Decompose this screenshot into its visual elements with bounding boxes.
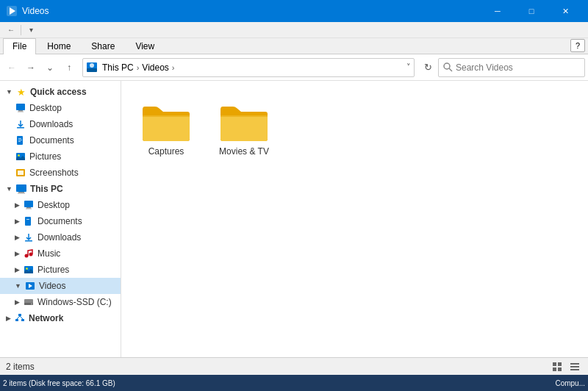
forward-button[interactable]: → [22,59,40,76]
sidebar-item-pictures2[interactable]: ▶ Pictures [0,262,121,278]
downloads-icon [15,118,26,130]
search-box[interactable] [438,58,585,77]
sidebar-item-pictures2-label: Pictures [37,265,69,275]
sidebar-item-music-label: Music [37,248,60,259]
svg-rect-42 [143,115,190,117]
sidebar-item-screenshots[interactable]: Screenshots › [0,165,121,181]
address-box[interactable]: This PC › Videos › ˅ [82,58,415,77]
desktop2-icon [23,199,35,211]
svg-rect-7 [16,104,25,110]
maximize-button[interactable]: □ [514,0,548,22]
network-icon [14,312,26,324]
sidebar-item-desktop2[interactable]: ▶ Desktop [0,197,121,213]
folder-grid: Captures Movies & TV [133,93,576,163]
view-large-icons-button[interactable] [550,359,564,374]
svg-rect-14 [18,141,21,142]
network-chevron: ▶ [6,315,11,322]
svg-rect-43 [220,115,268,117]
svg-rect-46 [553,367,556,371]
help-button[interactable]: ? [570,39,585,52]
expand-arrow: ▶ [15,234,20,241]
expand-arrow: ▶ [15,250,20,257]
tab-home[interactable]: Home [37,38,80,54]
sidebar-thispc-header[interactable]: ▼ This PC [0,181,121,197]
expand-arrow: ▶ [15,201,20,209]
desktop-icon [15,102,26,114]
path-sep1: › [137,63,140,72]
path-videos: Videos [142,62,168,73]
app-icon [6,5,18,17]
ribbon-tabs: File Home Share View ? [0,38,588,54]
taskbar: 2 items (Disk free space: 66.1 GB) Compu… [0,375,588,391]
sidebar-item-documents2[interactable]: ▶ Documents [0,213,121,229]
sidebar-quickaccess-header[interactable]: ▼ ★ Quick access [0,84,121,100]
main-layout: ▼ ★ Quick access Desktop › Downloads › [0,81,588,357]
svg-rect-18 [18,171,24,175]
svg-line-41 [20,316,23,319]
search-input[interactable] [456,62,580,73]
sidebar-item-downloads-label: Downloads [29,119,73,129]
qt-dropdown[interactable]: ▾ [24,24,37,37]
svg-rect-45 [558,362,562,366]
tab-share[interactable]: Share [82,38,124,54]
address-path: This PC › Videos › [86,62,404,73]
expand-arrow: ▶ [15,298,20,306]
sidebar-item-documents-label: Documents [29,135,74,146]
up-button[interactable]: ↑ [60,59,78,76]
expand-arrow: ▶ [15,218,20,225]
captures-folder-icon [140,99,193,143]
folder-movies-tv[interactable]: Movies & TV [211,93,277,163]
back-button[interactable]: ← [3,59,21,76]
sidebar-item-pictures[interactable]: Pictures › [0,148,121,165]
view-details-button[interactable] [567,359,582,374]
sidebar-item-downloads2[interactable]: ▶ Downloads [0,229,121,245]
sidebar: ▼ ★ Quick access Desktop › Downloads › [0,81,121,357]
movies-folder-icon [218,99,270,143]
recent-locations-button[interactable]: ⌄ [41,59,59,76]
minimize-button[interactable]: ─ [481,0,514,22]
sidebar-item-desktop[interactable]: Desktop › [0,100,121,116]
path-sep2: › [172,63,175,72]
sidebar-network-header[interactable]: ▶ Network [0,310,121,326]
taskbar-computer-text: Compu... [555,379,585,387]
svg-rect-26 [26,219,29,220]
documents-icon [15,134,26,146]
refresh-button[interactable]: ↻ [419,59,437,76]
music-icon [23,248,35,259]
sidebar-item-windows-ssd[interactable]: ▶ Windows-SSD (C:) [0,294,121,310]
item-count: 2 items [6,362,35,372]
svg-rect-23 [26,207,31,209]
sidebar-item-music[interactable]: ▶ Music [0,245,121,262]
tab-file[interactable]: File [3,38,36,54]
sidebar-item-videos[interactable]: ▼ Videos [0,278,121,294]
title-bar: Videos ─ □ ✕ [0,0,588,22]
tab-view[interactable]: View [126,38,164,54]
movies-tv-label: Movies & TV [219,146,269,157]
sidebar-item-windows-ssd-label: Windows-SSD (C:) [37,297,112,307]
address-dropdown-arrow[interactable]: ˅ [406,62,411,72]
quickaccess-label: Quick access [30,87,87,97]
svg-line-6 [449,68,452,71]
close-button[interactable]: ✕ [548,0,582,22]
svg-rect-37 [18,314,21,316]
svg-rect-8 [18,110,23,112]
path-thispc: This PC [102,62,134,73]
svg-rect-19 [16,184,26,192]
svg-rect-13 [18,140,22,140]
svg-point-5 [444,63,450,69]
svg-rect-39 [21,319,24,321]
sidebar-item-documents[interactable]: Documents › [0,132,121,148]
videos-icon [24,280,36,292]
sidebar-section-network: ▶ Network [0,310,121,326]
svg-point-4 [90,63,94,68]
sidebar-item-downloads[interactable]: Downloads › [0,116,121,132]
svg-point-36 [31,304,32,305]
svg-rect-9 [18,112,24,112]
svg-rect-38 [15,319,18,321]
sidebar-item-pictures-label: Pictures [29,151,61,162]
svg-rect-47 [558,367,562,371]
folder-captures[interactable]: Captures [133,93,199,163]
drive-icon [23,296,35,308]
svg-rect-50 [570,369,579,370]
qt-back[interactable]: ← [4,24,18,37]
